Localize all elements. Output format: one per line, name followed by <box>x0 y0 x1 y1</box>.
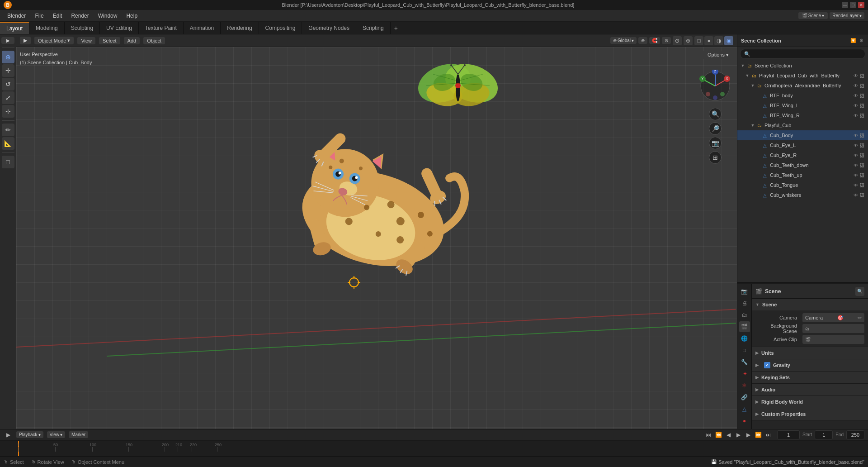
menu-file[interactable]: File <box>31 12 47 20</box>
cub-teeth-down-render[interactable]: 🖼 <box>859 162 865 168</box>
btf-body-render[interactable]: 🖼 <box>859 92 865 99</box>
outliner-cub-teeth-down[interactable]: ▶ △ Cub_Teeth_down 👁 🖼 <box>737 160 868 170</box>
rigid-body-world-section-header[interactable]: Rigid Body World <box>752 396 868 408</box>
viewport-pivot[interactable]: ⊕ <box>638 37 647 44</box>
cub-eye-r-render[interactable]: 🖼 <box>859 152 865 158</box>
menu-blender[interactable]: Blender <box>4 12 29 20</box>
zoom-in-button[interactable]: 🔍 <box>709 108 722 120</box>
render-props-btn[interactable]: 📷 <box>739 286 750 297</box>
menu-window[interactable]: Window <box>94 12 121 20</box>
scene-collection-item[interactable]: ▼ 🗂 Scene Collection <box>737 61 868 71</box>
end-frame-field[interactable]: 250 <box>846 430 864 439</box>
btf-wing-r-eye[interactable]: 👁 <box>853 112 859 119</box>
btf-wing-r-render[interactable]: 🖼 <box>859 112 865 119</box>
modifiers-props-btn[interactable]: 🔧 <box>739 357 750 367</box>
playful-leopard-render[interactable]: 🖼 <box>859 72 865 79</box>
object-props-btn[interactable]: □ <box>739 345 750 356</box>
object-menu[interactable]: Object <box>143 37 165 44</box>
cub-body-eye[interactable]: 👁 <box>853 132 859 138</box>
cursor-tool[interactable]: ⊕ <box>2 51 14 63</box>
zoom-out-button[interactable]: 🔎 <box>709 122 722 135</box>
cub-teeth-up-render[interactable]: 🖼 <box>859 172 865 178</box>
axis-gizmo[interactable]: X Y Z <box>699 70 731 102</box>
timeline-body[interactable]: 1 50 100 150 200 210 220 250 <box>0 440 868 456</box>
camera-edit-btn[interactable]: ✏ <box>858 315 862 321</box>
scene-props-btn[interactable]: 🎬 <box>739 321 750 332</box>
rotate-tool[interactable]: ↺ <box>2 78 14 91</box>
tab-geometry-nodes[interactable]: Geometry Nodes <box>302 22 356 34</box>
wireframe-shading-btn[interactable]: □ <box>694 36 703 45</box>
tab-sculpting[interactable]: Sculpting <box>65 22 100 34</box>
minimize-button[interactable]: — <box>842 2 848 8</box>
outliner-ornithoptera[interactable]: ▼ 🗂 Ornithoptera_Alexandrae_Butterfly 👁 … <box>737 81 868 91</box>
outliner-playful-leopard[interactable]: ▼ 🗂 Playful_Leopard_Cub_with_Butterfly 👁… <box>737 71 868 81</box>
cub-teeth-down-eye[interactable]: 👁 <box>853 162 859 168</box>
props-search-btn[interactable]: 🔍 <box>855 287 864 296</box>
camera-picker-btn[interactable]: 🎯 <box>837 315 844 321</box>
scene-selector[interactable]: 🎬 Scene ▾ <box>798 12 828 19</box>
add-workspace-button[interactable]: + <box>391 23 401 33</box>
playful-leopard-eye[interactable]: 👁 <box>853 72 859 79</box>
ornithoptera-eye[interactable]: 👁 <box>853 82 859 89</box>
keying-sets-section-header[interactable]: Keying Sets <box>752 372 868 383</box>
cub-body-render[interactable]: 🖼 <box>859 132 865 138</box>
btf-wing-l-eye[interactable]: 👁 <box>853 102 859 109</box>
move-tool[interactable]: ✛ <box>2 64 14 77</box>
scene-section-header[interactable]: Scene <box>752 299 868 310</box>
viewport-shading-global[interactable]: ⊕ Global ▾ <box>610 37 637 44</box>
render-layer-selector[interactable]: RenderLayer ▾ <box>830 12 864 19</box>
camera-view-button[interactable]: 📷 <box>709 137 722 149</box>
start-frame-field[interactable]: 1 <box>815 430 833 439</box>
solid-shading-btn[interactable]: ● <box>704 36 713 45</box>
data-props-btn[interactable]: △ <box>739 404 750 415</box>
jump-back-btn[interactable]: ⏪ <box>714 430 723 439</box>
custom-properties-section-header[interactable]: Custom Properties <box>752 408 868 420</box>
cub-eye-r-eye[interactable]: 👁 <box>853 152 859 158</box>
material-props-btn[interactable]: ● <box>739 415 750 426</box>
cub-whiskers-render[interactable]: 🖼 <box>859 192 865 198</box>
tab-uv-editing[interactable]: UV Editing <box>100 22 139 34</box>
viewport-overlay-btn[interactable]: ⊙ <box>673 36 682 45</box>
cub-tongue-eye[interactable]: 👁 <box>853 182 859 188</box>
outliner-filter-button[interactable]: 🔽 <box>850 38 856 44</box>
timeline-view-btn[interactable]: View ▾ <box>47 431 66 438</box>
cub-eye-l-eye[interactable]: 👁 <box>853 142 859 148</box>
viewport-options-button[interactable]: Options ▾ <box>703 51 733 59</box>
outliner-cub-whiskers[interactable]: ▶ △ Cub_whiskers 👁 🖼 <box>737 190 868 200</box>
outliner-search-input[interactable] <box>740 49 865 59</box>
background-scene-picker[interactable]: 🗂 <box>805 326 810 331</box>
menu-edit[interactable]: Edit <box>49 12 66 20</box>
cub-eye-l-render[interactable]: 🖼 <box>859 142 865 148</box>
add-object-tool[interactable]: □ <box>2 156 14 168</box>
tab-texture-paint[interactable]: Texture Paint <box>139 22 184 34</box>
tab-rendering[interactable]: Rendering <box>221 22 259 34</box>
timeline-editor-type-btn[interactable]: ▶ <box>4 430 13 439</box>
gravity-checkbox[interactable] <box>764 362 770 368</box>
measure-tool[interactable]: 📐 <box>2 137 14 150</box>
scale-tool[interactable]: ⤢ <box>2 91 14 104</box>
current-frame-field[interactable]: 1 <box>777 430 800 439</box>
timeline-playback-btn[interactable]: Playback ▾ <box>16 431 43 438</box>
gravity-section-header[interactable]: Gravity <box>752 359 868 371</box>
timeline-marker-btn[interactable]: Marker <box>69 431 88 438</box>
active-clip-value[interactable]: 🎬 <box>802 335 864 344</box>
viewport-gizmo-btn[interactable]: ⊕ <box>684 36 693 45</box>
outliner-cub-teeth-up[interactable]: ▶ △ Cub_Teeth_up 👁 🖼 <box>737 170 868 180</box>
mode-selector[interactable]: ▶ <box>1 37 14 44</box>
view-menu[interactable]: View <box>77 37 95 44</box>
menu-render[interactable]: Render <box>67 12 92 20</box>
tab-layout[interactable]: Layout <box>0 22 29 34</box>
units-section-header[interactable]: Units <box>752 347 868 359</box>
viewport-proportional[interactable]: ⊙ <box>662 37 671 44</box>
particles-props-btn[interactable]: ·✦ <box>739 368 750 379</box>
frame-all-button[interactable]: ⊞ <box>709 151 722 164</box>
cub-teeth-up-eye[interactable]: 👁 <box>853 172 859 178</box>
active-clip-picker[interactable]: 🎬 <box>805 337 811 342</box>
tab-animation[interactable]: Animation <box>184 22 221 34</box>
cub-whiskers-eye[interactable]: 👁 <box>853 192 859 198</box>
editor-type-selector[interactable]: ▶ <box>20 37 31 44</box>
btf-wing-l-render[interactable]: 🖼 <box>859 102 865 109</box>
ornithoptera-render[interactable]: 🖼 <box>859 82 865 89</box>
outliner-playful-cub[interactable]: ▼ 🗂 Playful_Cub <box>737 120 868 130</box>
world-props-btn[interactable]: 🌐 <box>739 333 750 344</box>
